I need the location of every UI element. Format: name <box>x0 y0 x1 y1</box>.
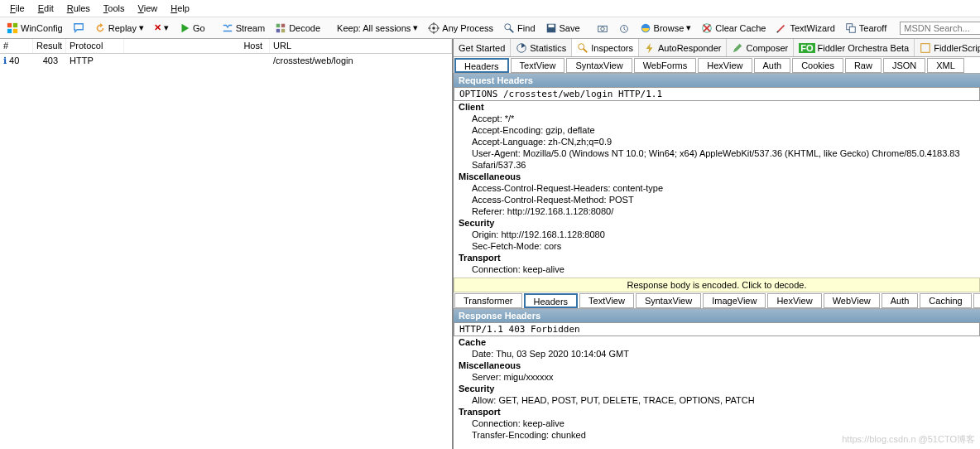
header-line[interactable]: Origin: http://192.168.1.128:8080 <box>454 229 980 240</box>
restab-auth[interactable]: Auth <box>882 293 919 308</box>
clearcache-button[interactable]: Clear Cache <box>698 21 769 36</box>
col-host[interactable]: Host <box>124 39 270 53</box>
tab-orchestra[interactable]: FOFiddler Orchestra Beta <box>794 39 915 56</box>
restab-textview[interactable]: TextView <box>579 293 634 308</box>
clearcache-label: Clear Cache <box>715 23 766 33</box>
tab-composer[interactable]: Composer <box>727 39 794 56</box>
header-line[interactable]: Date: Thu, 03 Sep 2020 10:14:04 GMT <box>454 348 980 360</box>
tab-orchestra-label: Fiddler Orchestra Beta <box>818 43 910 53</box>
replay-label: Replay <box>108 23 137 33</box>
header-line[interactable]: Allow: GET, HEAD, POST, PUT, DELETE, TRA… <box>454 394 980 406</box>
restab-cookies[interactable]: Cookies <box>973 293 980 308</box>
col-idx[interactable]: # <box>0 39 33 53</box>
tab-fiddlerscript-label: FiddlerScript <box>934 43 980 53</box>
header-group: Transport <box>454 406 980 418</box>
tab-autoresponder[interactable]: AutoResponder <box>639 39 727 56</box>
go-button[interactable]: Go <box>175 21 209 36</box>
restab-webview[interactable]: WebView <box>824 293 880 308</box>
save-button[interactable]: Save <box>542 21 584 36</box>
winconfig-button[interactable]: WinConfig <box>3 21 66 36</box>
header-line[interactable]: Accept: */* <box>454 113 980 124</box>
restab-transformer[interactable]: Transformer <box>454 293 522 308</box>
header-line[interactable]: Referer: http://192.168.1.128:8080/ <box>454 205 980 217</box>
svg-rect-0 <box>7 22 12 27</box>
reqtab-raw[interactable]: Raw <box>845 58 882 73</box>
reqtab-webforms[interactable]: WebForms <box>634 58 697 73</box>
restab-syntax[interactable]: SyntaxView <box>636 293 701 308</box>
tab-statistics[interactable]: Statistics <box>511 39 572 56</box>
script-icon <box>920 42 931 54</box>
menu-tools[interactable]: Tools <box>97 2 132 15</box>
restab-headers[interactable]: Headers <box>524 293 579 308</box>
header-line[interactable]: Access-Control-Request-Headers: content-… <box>454 182 980 194</box>
header-line[interactable]: Connection: keep-alive <box>454 263 980 275</box>
inspect-icon <box>577 42 588 54</box>
timer-button[interactable] <box>615 21 633 36</box>
stats-icon <box>516 42 527 54</box>
sessions-header: # Result Protocol Host URL <box>0 39 452 54</box>
reqtab-textview[interactable]: TextView <box>511 58 565 73</box>
reqtab-syntax[interactable]: SyntaxView <box>566 58 632 73</box>
tearoff-button[interactable]: Tearoff <box>842 21 890 36</box>
replay-button[interactable]: Replay ▾ <box>91 21 147 36</box>
stream-button[interactable]: Stream <box>219 21 268 36</box>
remove-button[interactable]: ✕ ▾ <box>151 21 172 35</box>
header-line[interactable]: Access-Control-Request-Method: POST <box>454 194 980 205</box>
decode-bar[interactable]: Response body is encoded. Click to decod… <box>454 278 980 292</box>
restab-caching[interactable]: Caching <box>920 293 971 308</box>
row-idx: ℹ 40 <box>0 56 33 66</box>
tab-inspectors[interactable]: Inspectors <box>572 39 639 57</box>
play-icon <box>179 22 190 34</box>
menu-view[interactable]: View <box>132 2 165 15</box>
session-row[interactable]: ℹ 40 403 HTTP /crosstest/web/login <box>0 54 452 67</box>
msdn-search-input[interactable] <box>900 22 980 35</box>
restab-imageview[interactable]: ImageView <box>703 293 766 308</box>
header-line[interactable]: Server: migu/xxxxxx <box>454 371 980 383</box>
browse-button[interactable]: Browse ▾ <box>637 21 695 36</box>
svg-point-10 <box>505 23 511 29</box>
tab-fiddlerscript[interactable]: FiddlerScript <box>915 39 980 56</box>
menu-rules[interactable]: Rules <box>60 2 97 15</box>
comment-button[interactable] <box>70 21 88 36</box>
header-line[interactable]: Sec-Fetch-Mode: cors <box>454 240 980 252</box>
request-first-line: OPTIONS /crosstest/web/login HTTP/1.1 <box>454 87 980 101</box>
find-button[interactable]: Find <box>500 21 538 36</box>
tearoff-icon <box>845 22 857 34</box>
menu-edit[interactable]: Edit <box>31 2 60 15</box>
row-url: /crosstest/web/login <box>270 56 452 65</box>
replay-icon <box>94 22 106 34</box>
camera-button[interactable] <box>593 21 612 36</box>
header-group: Transport <box>454 252 980 263</box>
svg-point-14 <box>600 27 603 30</box>
x-icon: ✕ <box>154 22 161 33</box>
tab-composer-label: Composer <box>746 43 788 53</box>
anyprocess-button[interactable]: Any Process <box>425 21 497 36</box>
tab-getstarted[interactable]: Get Started <box>454 39 511 56</box>
keep-label: Keep: All sessions <box>337 23 411 33</box>
reqtab-xml[interactable]: XML <box>927 58 964 73</box>
clock-icon <box>618 22 630 34</box>
header-line[interactable]: Accept-Language: zh-CN,zh;q=0.9 <box>454 136 980 147</box>
col-result[interactable]: Result <box>33 39 66 53</box>
winconfig-label: WinConfig <box>21 23 63 33</box>
col-url[interactable]: URL <box>270 39 452 53</box>
header-line[interactable]: Connection: keep-alive <box>454 418 980 429</box>
row-protocol: HTTP <box>66 56 124 65</box>
reqtab-json[interactable]: JSON <box>883 58 925 73</box>
clearcache-icon <box>701 22 713 34</box>
restab-hexview[interactable]: HexView <box>767 293 821 308</box>
menu-help[interactable]: Help <box>164 2 196 15</box>
header-line[interactable]: User-Agent: Mozilla/5.0 (Windows NT 10.0… <box>454 147 980 171</box>
keep-dropdown[interactable]: Keep: All sessions ▾ <box>334 21 421 35</box>
request-headers-panel: Request Headers OPTIONS /crosstest/web/l… <box>454 74 980 278</box>
header-line[interactable]: Accept-Encoding: gzip, deflate <box>454 124 980 136</box>
decode-button[interactable]: Decode <box>271 21 324 36</box>
reqtab-hexview[interactable]: HexView <box>698 58 752 73</box>
reqtab-auth[interactable]: Auth <box>754 58 791 73</box>
reqtab-cookies[interactable]: Cookies <box>792 58 843 73</box>
textwizard-button[interactable]: TextWizard <box>772 21 838 36</box>
response-tabs: Transformer Headers TextView SyntaxView … <box>454 292 980 309</box>
col-protocol[interactable]: Protocol <box>66 39 124 53</box>
reqtab-headers[interactable]: Headers <box>454 58 509 73</box>
menu-file[interactable]: File <box>3 2 31 15</box>
